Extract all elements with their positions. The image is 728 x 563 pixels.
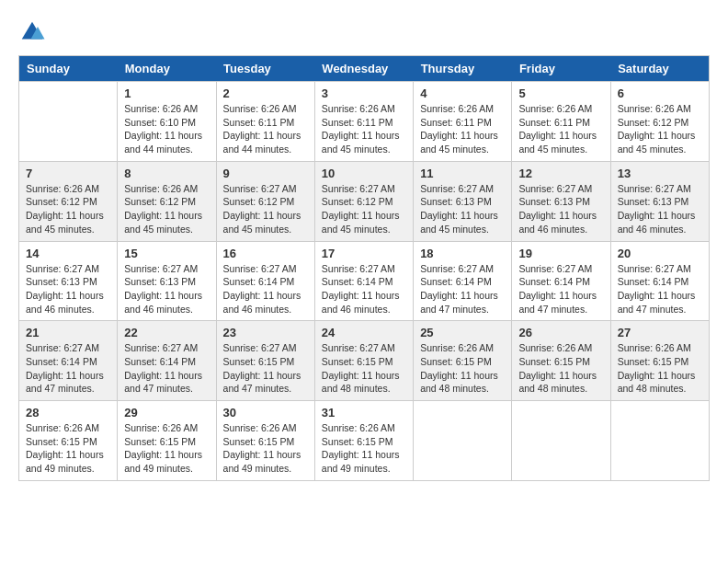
day-number: 18 [420,247,505,260]
day-number: 25 [420,326,505,339]
day-number: 16 [223,247,308,260]
cell-content: Sunrise: 6:26 AMSunset: 6:11 PMDaylight:… [322,102,406,156]
header-day-monday: Monday [118,56,216,82]
week-row-3: 14Sunrise: 6:27 AMSunset: 6:13 PMDayligh… [19,241,710,321]
cell-content: Sunrise: 6:26 AMSunset: 6:15 PMDaylight:… [618,341,702,396]
day-number: 19 [518,247,603,260]
calendar-cell: 3Sunrise: 6:26 AMSunset: 6:11 PMDaylight… [314,82,413,162]
calendar-cell: 11Sunrise: 6:27 AMSunset: 6:13 PMDayligh… [414,161,512,241]
cell-content: Sunrise: 6:27 AMSunset: 6:13 PMDaylight:… [26,262,110,316]
cell-content: Sunrise: 6:27 AMSunset: 6:14 PMDaylight:… [420,262,505,316]
day-number: 7 [26,167,110,180]
day-number: 11 [420,167,505,180]
cell-content: Sunrise: 6:27 AMSunset: 6:13 PMDaylight:… [124,262,209,316]
calendar-cell [610,401,709,481]
calendar-cell: 27Sunrise: 6:26 AMSunset: 6:15 PMDayligh… [610,321,709,401]
calendar-cell: 15Sunrise: 6:27 AMSunset: 6:13 PMDayligh… [118,241,216,321]
cell-content: Sunrise: 6:26 AMSunset: 6:11 PMDaylight:… [420,102,505,156]
day-number: 5 [518,86,603,100]
logo [18,18,51,46]
week-row-5: 28Sunrise: 6:26 AMSunset: 6:15 PMDayligh… [19,401,710,481]
day-number: 20 [618,247,702,260]
header-day-tuesday: Tuesday [216,56,314,82]
calendar-cell: 22Sunrise: 6:27 AMSunset: 6:14 PMDayligh… [118,321,216,401]
day-number: 28 [26,406,110,419]
calendar-cell: 4Sunrise: 6:26 AMSunset: 6:11 PMDaylight… [414,82,512,162]
day-number: 9 [223,167,308,180]
day-number: 1 [124,86,209,100]
week-row-1: 1Sunrise: 6:26 AMSunset: 6:10 PMDaylight… [19,82,710,162]
cell-content: Sunrise: 6:27 AMSunset: 6:13 PMDaylight:… [518,182,603,236]
day-number: 21 [26,326,110,339]
calendar-body: 1Sunrise: 6:26 AMSunset: 6:10 PMDaylight… [19,82,710,481]
calendar-cell: 19Sunrise: 6:27 AMSunset: 6:14 PMDayligh… [512,241,610,321]
calendar-cell: 16Sunrise: 6:27 AMSunset: 6:14 PMDayligh… [216,241,314,321]
calendar-cell: 9Sunrise: 6:27 AMSunset: 6:12 PMDaylight… [216,161,314,241]
calendar-cell: 1Sunrise: 6:26 AMSunset: 6:10 PMDaylight… [118,82,216,162]
day-number: 14 [26,247,110,260]
cell-content: Sunrise: 6:27 AMSunset: 6:14 PMDaylight:… [518,262,603,316]
calendar-cell: 31Sunrise: 6:26 AMSunset: 6:15 PMDayligh… [314,401,413,481]
calendar-cell: 12Sunrise: 6:27 AMSunset: 6:13 PMDayligh… [512,161,610,241]
calendar-cell: 14Sunrise: 6:27 AMSunset: 6:13 PMDayligh… [19,241,118,321]
day-number: 8 [124,167,209,180]
calendar-cell: 7Sunrise: 6:26 AMSunset: 6:12 PMDaylight… [19,161,118,241]
calendar-cell: 2Sunrise: 6:26 AMSunset: 6:11 PMDaylight… [216,82,314,162]
calendar-cell: 29Sunrise: 6:26 AMSunset: 6:15 PMDayligh… [118,401,216,481]
day-number: 24 [322,326,406,339]
calendar-cell: 5Sunrise: 6:26 AMSunset: 6:11 PMDaylight… [512,82,610,162]
cell-content: Sunrise: 6:27 AMSunset: 6:13 PMDaylight:… [420,182,505,236]
day-number: 12 [518,167,603,180]
cell-content: Sunrise: 6:26 AMSunset: 6:15 PMDaylight:… [420,341,505,396]
calendar-cell: 13Sunrise: 6:27 AMSunset: 6:13 PMDayligh… [610,161,709,241]
day-number: 27 [618,326,702,339]
day-number: 2 [223,86,308,100]
calendar-cell: 24Sunrise: 6:27 AMSunset: 6:15 PMDayligh… [314,321,413,401]
cell-content: Sunrise: 6:27 AMSunset: 6:14 PMDaylight:… [322,262,406,316]
cell-content: Sunrise: 6:26 AMSunset: 6:15 PMDaylight:… [322,421,406,476]
calendar-cell: 23Sunrise: 6:27 AMSunset: 6:15 PMDayligh… [216,321,314,401]
cell-content: Sunrise: 6:26 AMSunset: 6:15 PMDaylight:… [518,341,603,396]
calendar-cell: 20Sunrise: 6:27 AMSunset: 6:14 PMDayligh… [610,241,709,321]
week-row-4: 21Sunrise: 6:27 AMSunset: 6:14 PMDayligh… [19,321,710,401]
cell-content: Sunrise: 6:26 AMSunset: 6:11 PMDaylight:… [518,102,603,156]
calendar-cell: 25Sunrise: 6:26 AMSunset: 6:15 PMDayligh… [414,321,512,401]
calendar-cell: 21Sunrise: 6:27 AMSunset: 6:14 PMDayligh… [19,321,118,401]
day-number: 3 [322,86,406,100]
header-row: SundayMondayTuesdayWednesdayThursdayFrid… [19,56,710,82]
cell-content: Sunrise: 6:27 AMSunset: 6:15 PMDaylight:… [223,341,308,396]
cell-content: Sunrise: 6:27 AMSunset: 6:12 PMDaylight:… [223,182,308,236]
cell-content: Sunrise: 6:26 AMSunset: 6:15 PMDaylight:… [223,421,308,476]
cell-content: Sunrise: 6:27 AMSunset: 6:12 PMDaylight:… [322,182,406,236]
cell-content: Sunrise: 6:26 AMSunset: 6:12 PMDaylight:… [124,182,209,236]
day-number: 22 [124,326,209,339]
day-number: 6 [618,86,702,100]
cell-content: Sunrise: 6:26 AMSunset: 6:10 PMDaylight:… [124,102,209,156]
day-number: 17 [322,247,406,260]
header-day-wednesday: Wednesday [314,56,413,82]
page-header [18,18,710,46]
header-day-sunday: Sunday [19,56,118,82]
cell-content: Sunrise: 6:27 AMSunset: 6:14 PMDaylight:… [26,341,110,396]
week-row-2: 7Sunrise: 6:26 AMSunset: 6:12 PMDaylight… [19,161,710,241]
day-number: 10 [322,167,406,180]
calendar-table: SundayMondayTuesdayWednesdayThursdayFrid… [18,55,710,481]
calendar-cell: 10Sunrise: 6:27 AMSunset: 6:12 PMDayligh… [314,161,413,241]
cell-content: Sunrise: 6:27 AMSunset: 6:15 PMDaylight:… [322,341,406,396]
calendar-cell [414,401,512,481]
day-number: 30 [223,406,308,419]
calendar-cell [512,401,610,481]
header-day-friday: Friday [512,56,610,82]
header-day-thursday: Thursday [414,56,512,82]
cell-content: Sunrise: 6:26 AMSunset: 6:12 PMDaylight:… [618,102,702,156]
logo-icon [18,18,46,46]
header-day-saturday: Saturday [610,56,709,82]
day-number: 26 [518,326,603,339]
calendar-cell: 17Sunrise: 6:27 AMSunset: 6:14 PMDayligh… [314,241,413,321]
cell-content: Sunrise: 6:27 AMSunset: 6:13 PMDaylight:… [618,182,702,236]
cell-content: Sunrise: 6:27 AMSunset: 6:14 PMDaylight:… [124,341,209,396]
calendar-cell: 28Sunrise: 6:26 AMSunset: 6:15 PMDayligh… [19,401,118,481]
day-number: 29 [124,406,209,419]
day-number: 15 [124,247,209,260]
day-number: 31 [322,406,406,419]
